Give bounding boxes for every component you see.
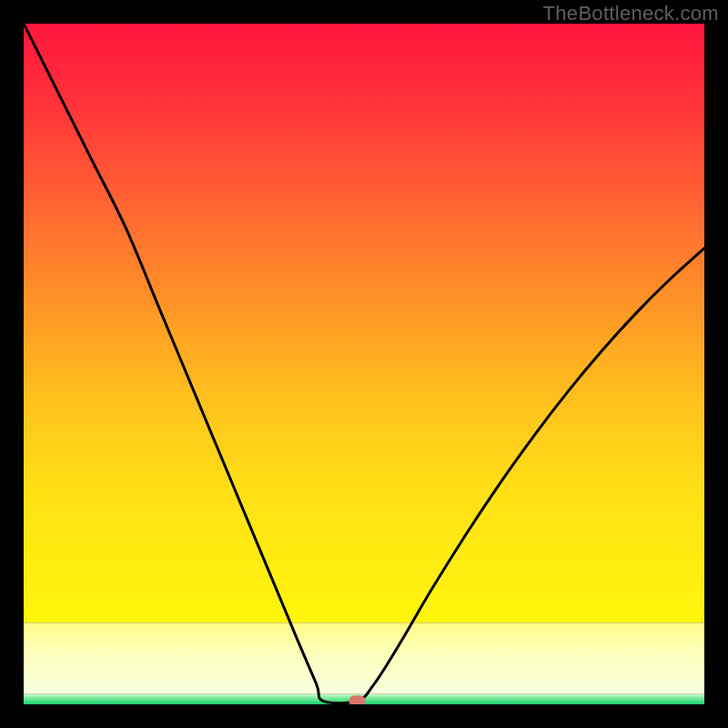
optimum-marker (349, 695, 366, 704)
svg-rect-0 (24, 24, 704, 622)
svg-rect-1 (24, 622, 704, 694)
marker-layer (349, 695, 366, 704)
watermark-text: TheBottleneck.com (543, 2, 719, 25)
bottleneck-plot (24, 24, 704, 704)
plot-svg (24, 24, 704, 704)
background-layer (24, 24, 704, 704)
chart-frame: TheBottleneck.com (0, 0, 728, 728)
